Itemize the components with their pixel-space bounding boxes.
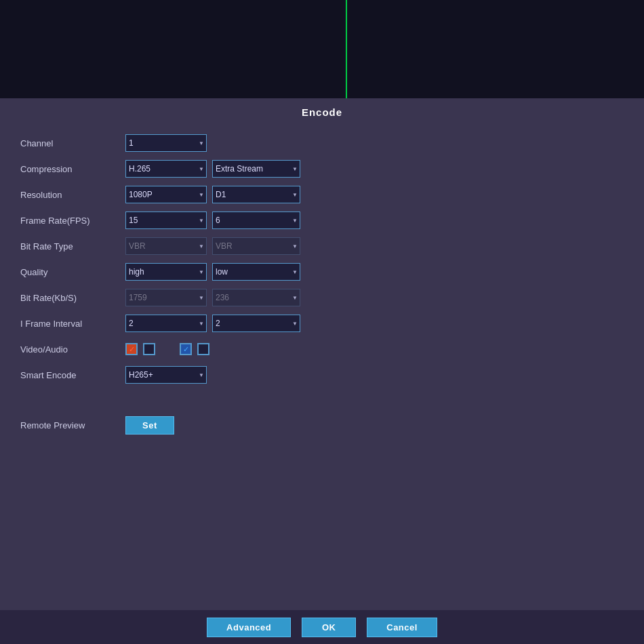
channel-controls: 1 2 3 4 [125,134,207,152]
compression-label: Compression [20,164,125,174]
bitrategkb-select1[interactable]: 1759 [125,289,207,306]
quality-select2[interactable]: low medium high [212,263,300,281]
framerate-label: Frame Rate(FPS) [20,216,125,226]
iframeinterval-select1[interactable]: 2 1 3 4 5 [125,315,207,332]
resolution-select1[interactable]: 1080P 720P D1 [125,186,207,203]
framerate-controls: 15 30 25 20 10 5 6 15 30 25 20 [125,212,300,229]
channel-select[interactable]: 1 2 3 4 [125,134,207,152]
quality-select1-wrapper[interactable]: high medium low [125,263,207,281]
advanced-button[interactable]: Advanced [207,618,291,637]
channel-row: Channel 1 2 3 4 [20,132,624,155]
bitrategkb-controls: 1759 236 [125,289,300,306]
bitratetype-select1-wrapper[interactable]: VBR CBR [125,237,207,255]
quality-select2-wrapper[interactable]: low medium high [212,263,300,281]
bitrategkb-label: Bit Rate(Kb/S) [20,293,125,303]
ok-button[interactable]: OK [302,618,356,637]
framerate-select2[interactable]: 6 15 30 25 20 10 5 [212,212,300,229]
videoaudio-cb3[interactable] [180,343,192,355]
bitrategkb-select2-wrapper[interactable]: 236 [212,289,300,306]
resolution-select2-wrapper[interactable]: D1 720P 1080P [212,186,300,203]
framerate-select1-wrapper[interactable]: 15 30 25 20 10 5 [125,212,207,229]
iframeinterval-select1-wrapper[interactable]: 2 1 3 4 5 [125,315,207,332]
quality-label: Quality [20,267,125,277]
bitratettype-row: Bit Rate Type VBR CBR VBR CBR [20,235,624,258]
compression-controls: H.265 H.264 Extra Stream Main Stream [125,160,300,178]
iframeinterval-select2[interactable]: 2 1 3 4 5 [212,315,300,332]
compression-select1[interactable]: H.265 H.264 [125,160,207,178]
form-area: Channel 1 2 3 4 Compression H.265 [0,123,644,403]
encode-dialog: Encode Channel 1 2 3 4 Compression [0,98,644,644]
smartencode-select[interactable]: H265+ H265 Off [125,366,207,384]
videoaudio-cb4[interactable] [197,343,209,355]
green-line [346,0,347,98]
iframeinterval-row: I Frame Interval 2 1 3 4 5 2 1 3 [20,312,624,335]
iframeinterval-select2-wrapper[interactable]: 2 1 3 4 5 [212,315,300,332]
bitrategkb-select2[interactable]: 236 [212,289,300,306]
videoaudio-label: Video/Audio [20,344,125,355]
dialog-title: Encode [0,98,644,123]
bitratetype-select2-wrapper[interactable]: VBR CBR [212,237,300,255]
quality-select1[interactable]: high medium low [125,263,207,281]
bitrategkb-row: Bit Rate(Kb/S) 1759 236 [20,286,624,309]
framerate-row: Frame Rate(FPS) 15 30 25 20 10 5 6 15 [20,209,624,232]
smartencode-controls: H265+ H265 Off [125,366,207,384]
channel-label: Channel [20,138,125,148]
bitrategkb-select1-wrapper[interactable]: 1759 [125,289,207,306]
compression-select2-wrapper[interactable]: Extra Stream Main Stream [212,160,300,178]
smartencode-label: Smart Encode [20,370,125,380]
resolution-controls: 1080P 720P D1 D1 720P 1080P [125,186,300,203]
smartencode-row: Smart Encode H265+ H265 Off [20,363,624,386]
bitratetype-select2[interactable]: VBR CBR [212,237,300,255]
bitratetype-label: Bit Rate Type [20,241,125,251]
quality-row: Quality high medium low low medium high [20,260,624,283]
smartencode-select-wrapper[interactable]: H265+ H265 Off [125,366,207,384]
iframeinterval-controls: 2 1 3 4 5 2 1 3 4 5 [125,315,300,332]
bottom-bar: Advanced OK Cancel [0,610,644,644]
videoaudio-cb2[interactable] [143,343,155,355]
remote-preview-label: Remote Preview [20,420,125,430]
bitratetype-select1[interactable]: VBR CBR [125,237,207,255]
compression-select1-wrapper[interactable]: H.265 H.264 [125,160,207,178]
cancel-button[interactable]: Cancel [367,618,437,637]
resolution-select2[interactable]: D1 720P 1080P [212,186,300,203]
channel-select-wrapper[interactable]: 1 2 3 4 [125,134,207,152]
videoaudio-cb1[interactable] [125,343,138,355]
remote-preview-set-button[interactable]: Set [125,416,174,435]
bitratetype-controls: VBR CBR VBR CBR [125,237,300,255]
framerate-select2-wrapper[interactable]: 6 15 30 25 20 10 5 [212,212,300,229]
quality-controls: high medium low low medium high [125,263,300,281]
remote-preview-row: Remote Preview Set [0,416,644,435]
videoaudio-controls [125,343,209,355]
resolution-select1-wrapper[interactable]: 1080P 720P D1 [125,186,207,203]
compression-row: Compression H.265 H.264 Extra Stream Mai… [20,157,624,180]
framerate-select1[interactable]: 15 30 25 20 10 5 [125,212,207,229]
iframeinterval-label: I Frame Interval [20,319,125,329]
top-band [0,0,644,98]
compression-select2[interactable]: Extra Stream Main Stream [212,160,300,178]
resolution-row: Resolution 1080P 720P D1 D1 720P 1080P [20,183,624,206]
videoaudio-row: Video/Audio [20,338,624,361]
resolution-label: Resolution [20,190,125,200]
